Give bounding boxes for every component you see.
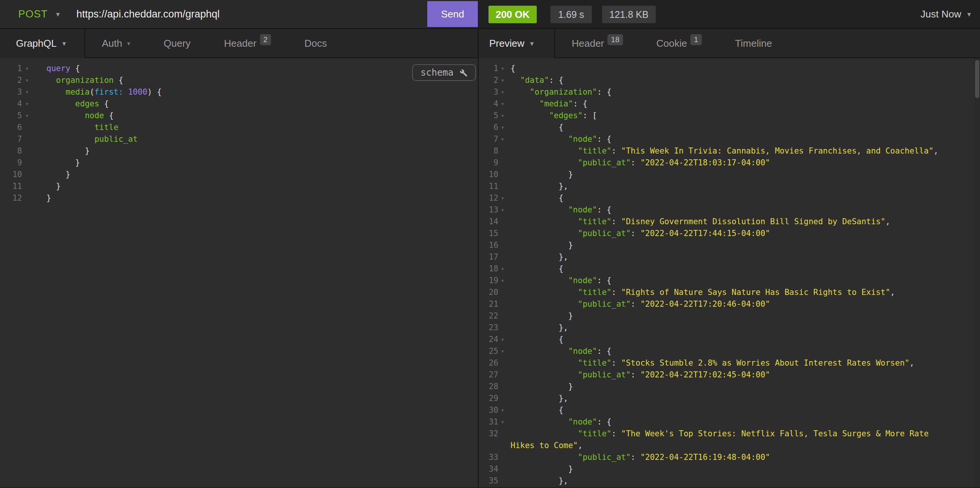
fold-arrow-icon[interactable]: ▾ (498, 345, 507, 357)
fold-arrow-icon[interactable]: ▾ (22, 86, 32, 98)
tab-label: Timeline (735, 38, 772, 49)
code-line[interactable]: Hikes to Come", (479, 440, 980, 451)
fold-arrow-icon[interactable]: ▾ (498, 63, 507, 75)
code-line[interactable]: 26 "title": "Stocks Stumble 2.8% as Worr… (479, 357, 980, 369)
code-line[interactable]: 7▾ "node": { (479, 134, 980, 145)
method-dropdown[interactable]: POST (18, 8, 48, 20)
json-response-viewer[interactable]: 1▾{2▾ "data": {3▾ "organization": {4▾ "m… (479, 58, 980, 487)
code-text: } (46, 145, 90, 157)
code-line[interactable]: 28 } (479, 381, 980, 393)
tab-response-header[interactable]: Header 18 (555, 29, 640, 58)
code-text: { (511, 192, 563, 204)
fold-arrow-icon[interactable]: ▾ (498, 275, 507, 286)
code-line[interactable]: 17 }, (479, 251, 980, 263)
preview-mode-dropdown[interactable]: Preview ▾ (479, 29, 554, 58)
line-number: 12 (0, 192, 22, 204)
code-line[interactable]: 11 }, (479, 181, 980, 192)
fold-arrow-icon[interactable]: ▾ (498, 110, 507, 122)
code-line[interactable]: 5▾ node { (0, 110, 478, 122)
code-line[interactable]: 15 "public_at": "2022-04-22T17:44:15-04:… (479, 228, 980, 240)
tab-timeline[interactable]: Timeline (719, 29, 789, 58)
fold-arrow-icon[interactable]: ▾ (498, 487, 507, 487)
code-line[interactable]: 4▾ edges { (0, 98, 478, 110)
code-line[interactable]: 10 } (479, 169, 980, 181)
code-line[interactable]: 1▾query { (0, 63, 478, 75)
code-line[interactable]: 23 }, (479, 322, 980, 334)
fold-arrow-icon[interactable]: ▾ (22, 63, 32, 75)
code-line[interactable]: 19▾ "node": { (479, 275, 980, 286)
code-line[interactable]: 6 title (0, 122, 478, 134)
fold-arrow-icon[interactable]: ▾ (22, 98, 32, 110)
code-line[interactable]: 10 } (0, 169, 478, 181)
fold-arrow-icon[interactable]: ▾ (22, 75, 32, 86)
code-line[interactable]: 8 "title": "This Week In Trivia: Cannabi… (479, 145, 980, 157)
tab-header[interactable]: Header 2 (207, 29, 287, 58)
code-text: "organization": { (511, 86, 612, 98)
code-line[interactable]: 13▾ "node": { (479, 204, 980, 216)
code-line[interactable]: 33 "public_at": "2022-04-22T16:19:48-04:… (479, 451, 980, 463)
body-type-dropdown[interactable]: GraphQL ▾ (0, 29, 84, 58)
code-line[interactable]: 7 public_at (0, 134, 478, 145)
line-number: 9 (0, 157, 22, 169)
tab-label: Docs (304, 38, 327, 49)
fold-arrow-icon[interactable]: ▾ (498, 263, 507, 275)
graphql-query-editor[interactable]: schema 1▾query {2▾ organization {3▾ medi… (0, 58, 478, 487)
tab-query[interactable]: Query (147, 29, 208, 58)
line-number: 10 (0, 169, 22, 181)
code-line[interactable]: 9 } (0, 157, 478, 169)
code-line[interactable]: 1▾{ (479, 63, 980, 75)
code-line[interactable]: 35 }, (479, 475, 980, 487)
code-line[interactable]: 31▾ "node": { (479, 416, 980, 428)
code-line[interactable]: 6▾ { (479, 122, 980, 134)
fold-arrow-icon[interactable]: ▾ (498, 416, 507, 428)
url-input[interactable]: https://api.cheddar.com/graphql (76, 8, 220, 20)
fold-arrow-icon[interactable]: ▾ (498, 86, 507, 98)
fold-arrow-icon[interactable]: ▾ (498, 98, 507, 110)
tab-docs[interactable]: Docs (288, 29, 344, 58)
code-line[interactable]: 25▾ "node": { (479, 345, 980, 357)
scrollbar-thumb[interactable] (975, 60, 979, 98)
code-line[interactable]: 18▾ { (479, 263, 980, 275)
tab-cookie[interactable]: Cookie 1 (640, 29, 719, 58)
code-line[interactable]: 8 } (0, 145, 478, 157)
code-line[interactable]: 32 "title": "The Week's Top Stories: Net… (479, 428, 980, 440)
code-line[interactable]: 22 } (479, 310, 980, 322)
schema-button[interactable]: schema (412, 64, 476, 81)
fold-arrow-icon[interactable]: ▾ (498, 75, 507, 86)
chevron-down-icon[interactable]: ▾ (56, 10, 60, 19)
code-line[interactable]: 21 "public_at": "2022-04-22T17:20:46-04:… (479, 298, 980, 310)
send-button[interactable]: Send (427, 1, 478, 27)
fold-arrow-icon[interactable]: ▾ (498, 122, 507, 134)
code-line[interactable]: 9 "public_at": "2022-04-22T18:03:17-04:0… (479, 157, 980, 169)
code-line[interactable]: 14 "title": "Disney Government Dissoluti… (479, 216, 980, 228)
scrollbar-track[interactable] (974, 58, 980, 487)
code-line[interactable]: 30▾ { (479, 404, 980, 416)
code-line[interactable]: 29 }, (479, 393, 980, 404)
code-line[interactable]: 27 "public_at": "2022-04-22T17:02:45-04:… (479, 369, 980, 381)
response-time-badge: 1.69 s (550, 6, 592, 23)
code-line[interactable]: 3▾ media(first: 1000) { (0, 86, 478, 98)
chevron-down-icon: ▾ (967, 10, 971, 19)
code-line[interactable]: 16 } (479, 240, 980, 251)
fold-arrow-icon[interactable]: ▾ (498, 334, 507, 345)
code-text: { (511, 263, 563, 275)
tab-auth[interactable]: Auth ▾ (85, 29, 147, 58)
code-line[interactable]: 3▾ "organization": { (479, 86, 980, 98)
code-line[interactable]: 11 } (0, 181, 478, 192)
fold-arrow-icon[interactable]: ▾ (498, 134, 507, 145)
fold-arrow-icon[interactable]: ▾ (22, 110, 32, 122)
code-line[interactable]: 2▾ "data": { (479, 75, 980, 86)
code-line[interactable]: 2▾ organization { (0, 75, 478, 86)
code-line[interactable]: 5▾ "edges": [ (479, 110, 980, 122)
code-line[interactable]: 36▾ { (479, 487, 980, 487)
fold-arrow-icon[interactable]: ▾ (498, 204, 507, 216)
fold-arrow-icon[interactable]: ▾ (498, 192, 507, 204)
code-line[interactable]: 20 "title": "Rights of Nature Says Natur… (479, 286, 980, 298)
fold-arrow-icon[interactable]: ▾ (498, 404, 507, 416)
code-line[interactable]: 24▾ { (479, 334, 980, 345)
code-line[interactable]: 4▾ "media": { (479, 98, 980, 110)
code-line[interactable]: 12▾ { (479, 192, 980, 204)
response-history-dropdown[interactable]: Just Now ▾ (921, 0, 971, 28)
code-line[interactable]: 12} (0, 192, 478, 204)
code-line[interactable]: 34 } (479, 463, 980, 475)
